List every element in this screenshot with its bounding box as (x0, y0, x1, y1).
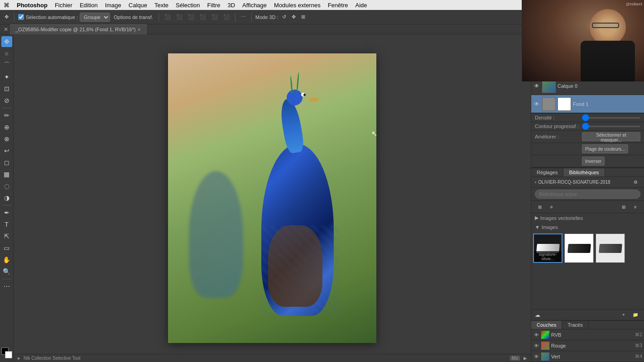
transform-options-btn[interactable]: Options de transf. (112, 12, 155, 23)
align-right-btn[interactable]: ⬛ (186, 12, 196, 23)
pen-tool[interactable]: ✒ (1, 207, 12, 218)
move-icon: ✥ (5, 14, 9, 20)
fg-bg-colors[interactable] (1, 348, 12, 358)
tab-close-btn[interactable]: ✕ (137, 27, 141, 32)
library-image-1[interactable]: signature-olivie... (533, 233, 562, 263)
couche-thumb-rouge (541, 342, 549, 350)
auto-select-type[interactable]: Groupe (80, 13, 110, 22)
couche-eye-vert[interactable]: 👁 (533, 354, 539, 359)
layer-visibility-fond1[interactable]: 👁 (533, 100, 540, 108)
couche-rouge[interactable]: 👁 Rouge ⌘3 (531, 340, 644, 351)
selectionner-masquer-btn[interactable]: Sélectionner et masquer... (582, 132, 640, 141)
chevron-library[interactable]: ‹ (535, 180, 536, 185)
new-library-btn[interactable]: 📁 (630, 310, 640, 320)
history-brush[interactable]: ↩ (1, 145, 12, 156)
text-tool[interactable]: T (1, 219, 12, 230)
menu-fenetre[interactable]: Fenêtre (328, 2, 348, 9)
crop-tool[interactable]: ⊡ (1, 83, 12, 94)
couche-eye-rouge[interactable]: 👁 (533, 343, 539, 348)
images-section[interactable]: ▼ Images (531, 223, 644, 232)
layer-mask-fond1[interactable] (557, 97, 571, 111)
nav-arrow[interactable]: ▶ (524, 356, 527, 361)
tab-bibliotheques[interactable]: Bibliothèques (563, 168, 605, 176)
align-center-btn[interactable]: ⬛ (174, 12, 184, 23)
background-color[interactable] (5, 351, 12, 358)
align-top-btn[interactable]: ⬛ (198, 12, 208, 23)
menu-affichage[interactable]: Affichage (242, 2, 267, 9)
couche-vert[interactable]: 👁 Vert ⌘4 (531, 351, 644, 362)
selection-tool[interactable]: ○ (1, 48, 12, 59)
zoom-tool[interactable]: 🔍 (1, 266, 12, 277)
contour-slider[interactable] (582, 126, 640, 127)
auto-select-checkbox[interactable] (18, 14, 24, 20)
status-bar: ● Nik Collection Selective Tool Mo ▶ (14, 354, 531, 362)
hand-tool[interactable]: ✋ (1, 254, 12, 265)
menu-selection[interactable]: Sélection (176, 2, 200, 9)
document-tab[interactable]: _OZ95856-Modifier copie @ 21,6% (Fond 1,… (10, 24, 147, 34)
couche-eye-rvb[interactable]: 👁 (533, 332, 539, 338)
gradient-tool[interactable]: ▦ (1, 169, 12, 180)
menu-filtre[interactable]: Filtre (207, 2, 221, 9)
apple-menu[interactable]: ⌘ (4, 2, 10, 9)
filter-btn[interactable]: ⊞ (535, 202, 545, 212)
layer-visibility-calque0[interactable]: 👁 (533, 82, 540, 90)
menu-calque[interactable]: Calque (129, 2, 147, 9)
lasso-tool[interactable]: ⌒ (1, 60, 12, 71)
tab-reglages[interactable]: Réglages (531, 168, 563, 176)
menu-texte[interactable]: Texte (154, 2, 168, 9)
shape-tool[interactable]: ▭ (1, 243, 12, 253)
heal-tool[interactable]: ⊕ (1, 122, 12, 133)
library-search-input[interactable] (535, 190, 640, 199)
main-area: ✥ ○ ⌒ ✦ ⊡ ⊘ ✏ ⊕ ⊗ ↩ ◻ ▦ ◌ ◑ ✒ T ⇱ ▭ ✋ 🔍 … (0, 34, 644, 362)
tab-close-x[interactable]: ✕ (4, 26, 8, 33)
tab-traces[interactable]: Tracés (562, 321, 588, 329)
dodge-tool[interactable]: ◑ (1, 192, 12, 203)
eyedropper-tool[interactable]: ⊘ (1, 95, 12, 106)
vectorielles-label: Images vectorielles (540, 215, 583, 221)
menu-edition[interactable]: Edition (80, 2, 98, 9)
library-settings-btn[interactable]: ⚙ (630, 177, 640, 187)
menu-fichier[interactable]: Fichier (55, 2, 72, 9)
move-tool-btn[interactable]: ✥ (3, 12, 10, 23)
library-image-3[interactable] (596, 233, 625, 263)
rotate-3d-btn[interactable]: ↺ (280, 12, 288, 23)
canvas-area[interactable]: ↖ ● Nik Collection Selective Tool Mo ▶ (14, 34, 531, 362)
move-tool[interactable]: ✥ (1, 36, 12, 47)
libraries-panel: Réglages Bibliothèques ‹ OLIVIER-ROCQ-SI… (531, 167, 644, 320)
document-canvas[interactable] (168, 53, 376, 343)
add-to-library-btn[interactable]: + (619, 310, 629, 320)
menu-aide[interactable]: Aide (355, 2, 367, 9)
layer-fond1[interactable]: 👁 Fond 1 (531, 95, 644, 113)
extra-tools[interactable]: ⋯ (1, 281, 12, 292)
move-3d-btn[interactable]: ✥ (290, 12, 298, 23)
plage-couleurs-btn[interactable]: Plage de couleurs... (582, 144, 628, 153)
inverser-btn[interactable]: Inverser (582, 157, 605, 166)
brush-tool[interactable]: ✏ (1, 110, 12, 121)
grid-view-btn[interactable]: ⊞ (619, 202, 629, 212)
clone-tool[interactable]: ⊗ (1, 133, 12, 144)
align-left-btn[interactable]: ⬛ (163, 12, 173, 23)
menu-modules[interactable]: Modules externes (274, 2, 321, 9)
distribute-btn[interactable]: ⋯ (239, 12, 248, 23)
list-view-btn[interactable]: ≡ (630, 202, 640, 212)
blur-tool[interactable]: ◌ (1, 181, 12, 191)
eraser-tool[interactable]: ◻ (1, 157, 12, 168)
tools-separator-2 (2, 205, 11, 205)
align-bottom-btn[interactable]: ⬛ (221, 12, 231, 23)
align-middle-btn[interactable]: ⬛ (210, 12, 220, 23)
menu-3d[interactable]: 3D (227, 2, 235, 9)
vectorielles-section[interactable]: ▶ Images vectorielles (531, 213, 644, 223)
cloud-icon: ☁ (535, 312, 540, 318)
library-image-2[interactable] (564, 233, 594, 263)
zoom-display[interactable]: Mo (510, 356, 520, 361)
sort-btn[interactable]: ≡ (547, 202, 557, 212)
scale-3d-btn[interactable]: ⊞ (299, 12, 307, 23)
images-grid: signature-olivie... (531, 232, 644, 265)
path-selection[interactable]: ⇱ (1, 231, 12, 242)
densite-slider[interactable] (582, 117, 640, 119)
tab-couches[interactable]: Couches (531, 321, 562, 329)
tools-separator-3 (2, 279, 11, 279)
magic-wand-tool[interactable]: ✦ (1, 71, 12, 82)
menu-image[interactable]: Image (105, 2, 121, 9)
couche-rvb[interactable]: 👁 RVB ⌘2 (531, 329, 644, 340)
